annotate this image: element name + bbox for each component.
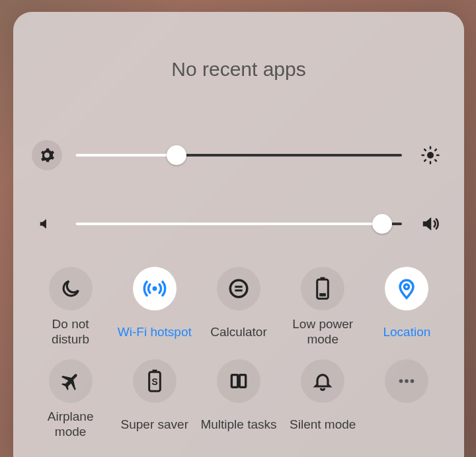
toggle-lowpower[interactable]: Low power mode <box>284 267 362 347</box>
svg-line-6 <box>435 160 436 161</box>
svg-rect-15 <box>319 293 326 297</box>
svg-point-9 <box>152 287 157 291</box>
svg-point-24 <box>411 379 415 383</box>
toggle-label: Location <box>383 317 430 347</box>
toggle-label: Low power mode <box>284 317 362 347</box>
volume-slider-row <box>32 214 446 234</box>
calculator-icon <box>217 267 260 310</box>
toggle-more[interactable] <box>368 359 446 440</box>
svg-point-23 <box>405 379 409 383</box>
hotspot-icon <box>133 267 177 310</box>
svg-rect-18 <box>152 370 157 372</box>
brightness-icon <box>415 145 446 165</box>
toggle-multitask[interactable]: Multiple tasks <box>200 359 277 440</box>
toggle-label: Do not disturb <box>32 317 109 347</box>
toggle-label: Calculator <box>210 317 267 347</box>
toggle-label: Airplane mode <box>32 409 109 440</box>
svg-rect-21 <box>239 375 245 388</box>
gear-icon[interactable] <box>32 140 62 170</box>
toggles-grid: Do not disturb Wi-Fi hotspot Calculator … <box>32 267 446 440</box>
svg-rect-20 <box>231 375 237 388</box>
toggle-location[interactable]: Location <box>368 267 446 347</box>
moon-icon <box>49 267 93 310</box>
brightness-slider[interactable] <box>75 154 402 157</box>
toggle-airplane[interactable]: Airplane mode <box>32 359 109 440</box>
toggle-hotspot[interactable]: Wi-Fi hotspot <box>116 267 193 347</box>
svg-rect-14 <box>321 277 325 280</box>
svg-text:S: S <box>151 376 157 387</box>
svg-point-0 <box>427 152 434 158</box>
svg-line-8 <box>435 149 436 151</box>
toggle-label: Silent mode <box>290 409 356 440</box>
toggle-silent[interactable]: Silent mode <box>284 359 362 440</box>
multitask-icon <box>217 359 260 403</box>
recent-apps-title: No recent apps <box>32 58 446 81</box>
bell-icon <box>301 359 344 403</box>
svg-point-16 <box>405 285 409 289</box>
battery-low-icon <box>301 267 344 310</box>
quick-settings-panel: No recent apps Do not <box>13 12 464 457</box>
svg-line-5 <box>424 149 426 151</box>
toggle-label: Multiple tasks <box>200 409 276 440</box>
toggle-dnd[interactable]: Do not disturb <box>32 267 109 347</box>
svg-line-7 <box>424 160 426 161</box>
volume-high-icon <box>415 214 446 234</box>
volume-low-icon <box>32 217 62 231</box>
toggle-label: Super saver <box>121 409 188 440</box>
brightness-slider-row <box>32 140 446 170</box>
more-icon <box>385 359 428 403</box>
battery-saver-icon: S <box>133 359 177 403</box>
toggle-supersaver[interactable]: S Super saver <box>116 359 193 440</box>
airplane-icon <box>49 359 93 403</box>
toggle-calculator[interactable]: Calculator <box>200 267 277 347</box>
volume-slider[interactable] <box>75 223 402 225</box>
svg-point-10 <box>230 280 247 297</box>
svg-point-22 <box>399 379 403 383</box>
location-icon <box>385 267 428 310</box>
toggle-label: Wi-Fi hotspot <box>118 317 192 347</box>
